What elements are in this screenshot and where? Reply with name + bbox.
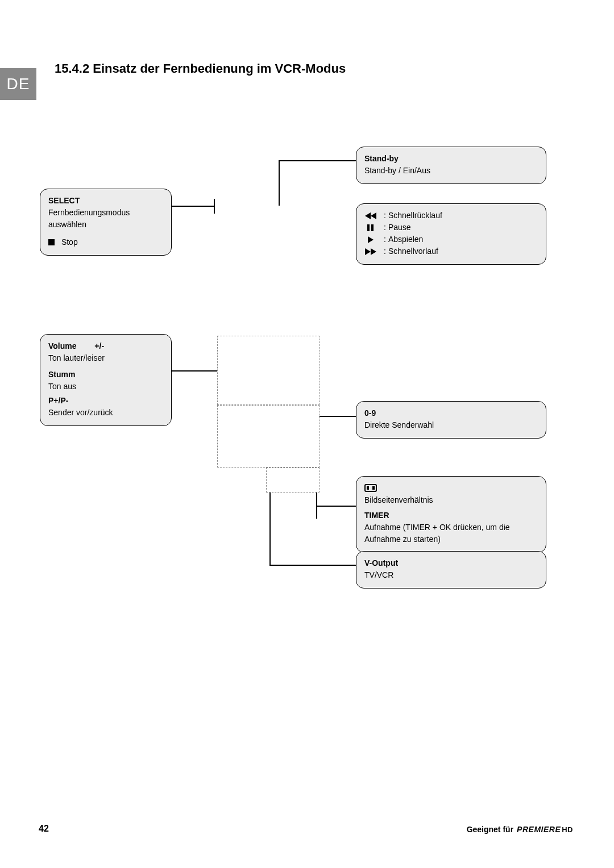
footer-right: Geeignet für PREMIEREHD [467,825,573,834]
voutput-title: V-Output [364,557,538,569]
select-stop: Stop [61,237,78,247]
ffwd-icon [364,248,384,255]
brand-suffix: HD [562,825,573,834]
aspect-ratio-icon [364,484,377,492]
standby-desc: Stand-by / Ein/Aus [364,165,538,177]
timer-desc: Aufnahme (TIMER + OK drücken, um die Auf… [364,521,538,545]
volume-sign: +/- [94,341,104,350]
page-number: 42 [39,824,49,834]
volume-desc: Ton lauter/leiser [48,352,163,364]
connector-timer-v [316,493,317,519]
connector-timer-h [316,506,356,507]
language-tab: DE [0,68,36,100]
box-voutput: V-Output TV/VCR [356,551,546,589]
mute-title: Stumm [48,369,163,381]
svg-rect-2 [367,224,370,231]
footer-label: Geeignet für [467,825,513,834]
select-title: SELECT [48,195,163,207]
box-aspect-timer: Bildseitenverhältnis TIMER Aufnahme (TIM… [356,476,546,553]
box-transport: : Schnellrücklauf : Pause : Abspielen : … [356,203,546,265]
svg-marker-6 [371,248,376,255]
svg-marker-0 [365,212,371,219]
rewind-icon [364,212,384,219]
mute-desc: Ton aus [48,381,163,393]
svg-marker-4 [368,236,374,243]
remote-placeholder-2 [217,405,320,468]
transport-rewind: Schnellrücklauf [388,210,442,222]
prog-title: P+/P- [48,395,163,407]
stop-icon [48,239,55,245]
connector-select-v [214,199,215,214]
box-select: SELECT Fernbedienungsmodus auswählen Sto… [40,189,172,256]
transport-play: Abspielen [388,233,424,245]
connector-select-h [172,206,215,207]
digits-title: 0-9 [364,407,538,419]
section-heading: 15.4.2 Einsatz der Fernbedienung im VCR-… [55,61,346,76]
footer-brand: PREMIEREHD [517,825,573,834]
brand-name: PREMIERE [517,825,561,834]
aspect-desc: Bildseitenverhältnis [364,494,538,506]
svg-marker-5 [365,248,371,255]
select-desc: Fernbedienungsmodus auswählen [48,207,163,231]
connector-volume-h [172,370,217,372]
svg-marker-1 [371,212,376,219]
timer-title: TIMER [364,510,538,521]
transport-ffwd: Schnellvorlauf [388,245,438,257]
box-standby: Stand-by Stand-by / Ein/Aus [356,147,546,184]
digits-desc: Direkte Senderwahl [364,419,538,431]
transport-pause: Pause [388,222,411,233]
play-icon [364,236,384,243]
box-volume: Volume +/- Ton lauter/leiser Stumm Ton a… [40,334,172,426]
svg-rect-3 [371,224,374,231]
pause-icon [364,224,384,231]
connector-standby-h [279,160,356,161]
connector-voutput-h [269,565,356,566]
connector-digits-h [320,416,356,417]
prog-desc: Sender vor/zurück [48,407,163,419]
voutput-desc: TV/VCR [364,569,538,581]
connector-standby-v [279,160,280,206]
standby-title: Stand-by [364,153,538,165]
volume-title: Volume [48,341,77,350]
box-digits: 0-9 Direkte Senderwahl [356,401,546,439]
connector-voutput-v [269,493,271,565]
remote-placeholder-3 [266,468,320,493]
remote-placeholder-1 [217,336,320,405]
